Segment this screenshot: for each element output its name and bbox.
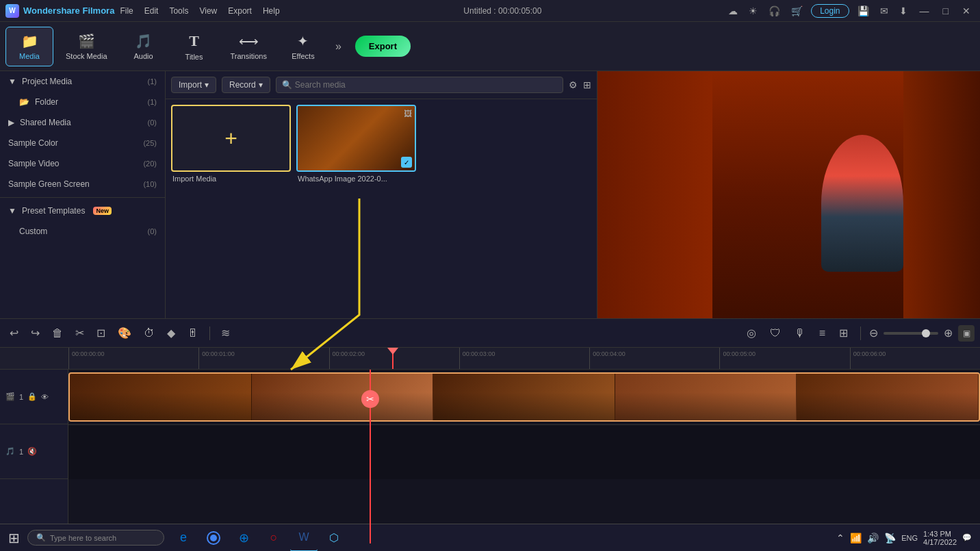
- undo-button[interactable]: ↩: [5, 324, 23, 342]
- keyframe-button[interactable]: ◆: [163, 324, 179, 342]
- import-button[interactable]: Import ▾: [171, 77, 216, 93]
- minimize-button[interactable]: —: [916, 4, 933, 18]
- crop-button[interactable]: ⊡: [92, 324, 109, 342]
- speed-button[interactable]: ⏱: [140, 325, 159, 342]
- zoom-slider[interactable]: [884, 332, 938, 335]
- edge-icon[interactable]: e: [170, 524, 197, 552]
- close-button[interactable]: ✕: [958, 4, 975, 18]
- tool-audio[interactable]: 🎵 Audio: [120, 27, 168, 66]
- zoom-in-button[interactable]: ⊕: [944, 326, 953, 339]
- download-icon[interactable]: ⬇: [897, 4, 910, 18]
- login-button[interactable]: Login: [811, 4, 849, 18]
- notification-icon[interactable]: 💬: [962, 533, 972, 542]
- chrome-icon[interactable]: [200, 524, 227, 552]
- folder-count: (1): [148, 98, 157, 106]
- track-area: 🎬 1 🔒 👁 🎵 1 🔇 ✂: [0, 370, 980, 543]
- search-bar[interactable]: 🔍 Type here to search: [27, 524, 164, 552]
- tool-media[interactable]: 📁 Media: [5, 27, 53, 66]
- cloud-icon[interactable]: ☁: [725, 4, 740, 18]
- mic-button[interactable]: 🎙: [790, 325, 810, 342]
- sidebar-item-sample-green[interactable]: Sample Green Screen (10): [0, 174, 165, 194]
- tool-titles[interactable]: T Titles: [170, 27, 218, 66]
- delete-button[interactable]: 🗑: [48, 325, 67, 342]
- menu-export[interactable]: Export: [228, 6, 252, 16]
- record-button[interactable]: Record ▾: [222, 77, 270, 93]
- sidebar-item-preset-templates[interactable]: ▼ Preset Templates New: [0, 201, 165, 221]
- sidebar-item-shared-media[interactable]: ▶ Shared Media (0): [0, 112, 165, 133]
- grid-icon[interactable]: ⊞: [583, 79, 591, 90]
- ruler-seg-5: 00:00:05:00: [719, 348, 849, 369]
- app-name: Wondershare Filmora: [23, 5, 114, 16]
- more-tools-button[interactable]: »: [330, 40, 347, 53]
- sun-icon[interactable]: ☀: [746, 4, 760, 18]
- time: 1:43 PM: [923, 530, 957, 538]
- msedge-icon[interactable]: ⊕: [230, 524, 257, 552]
- sidebar-section-project: ▼ Project Media (1) 📂 Folder (1): [0, 71, 165, 112]
- color-button[interactable]: 🎨: [114, 324, 136, 342]
- plus-icon: +: [224, 126, 237, 151]
- unknown-icon[interactable]: ⬡: [320, 524, 348, 552]
- audio-mute-icon[interactable]: 🔇: [27, 447, 37, 456]
- language-indicator: ENG: [901, 534, 918, 542]
- effects-icon: ✦: [297, 33, 309, 49]
- eye-icon[interactable]: 👁: [41, 393, 49, 401]
- transitions-icon: ⟷: [239, 33, 259, 49]
- sidebar-item-sample-color[interactable]: Sample Color (25): [0, 133, 165, 153]
- audio-track-number: 1: [19, 448, 23, 456]
- ruler-seg-3: 00:00:03:00: [459, 348, 589, 369]
- track-button[interactable]: 🛡: [766, 325, 785, 342]
- speaker-icon[interactable]: 🔊: [867, 533, 879, 543]
- search-box: 🔍: [276, 77, 563, 93]
- wifi-icon[interactable]: 📡: [884, 533, 896, 543]
- headphone-icon[interactable]: 🎧: [766, 4, 783, 18]
- cut-button[interactable]: ✂: [71, 324, 88, 342]
- sidebar-item-custom[interactable]: Custom (0): [0, 221, 165, 242]
- email-icon[interactable]: ✉: [877, 4, 891, 18]
- import-media-label: Import Media: [171, 172, 291, 185]
- save-icon[interactable]: 💾: [855, 4, 872, 18]
- effects-label: Effects: [292, 52, 314, 60]
- sys-tray: ⌃ 📶 🔊 📡: [836, 533, 896, 543]
- zoom-out-button[interactable]: ⊖: [869, 326, 878, 339]
- mask-button[interactable]: ◎: [743, 324, 760, 342]
- word-icon[interactable]: W: [290, 524, 318, 552]
- redo-button[interactable]: ↪: [27, 324, 44, 342]
- media-label: Media: [19, 52, 40, 60]
- menu-help[interactable]: Help: [263, 6, 280, 16]
- opera-icon[interactable]: ○: [260, 524, 287, 552]
- audio-button[interactable]: 🎚: [183, 325, 203, 342]
- clock: 1:43 PM 4/17/2022: [923, 530, 957, 546]
- record-dropdown-icon: ▾: [259, 80, 263, 90]
- export-button[interactable]: Export: [355, 36, 411, 57]
- network-icon[interactable]: 📶: [850, 533, 862, 543]
- taskbar-right: ⌃ 📶 🔊 📡 ENG 1:43 PM 4/17/2022 💬: [828, 530, 980, 546]
- maximize-button[interactable]: □: [939, 4, 953, 18]
- snap-button[interactable]: ▣: [958, 325, 975, 342]
- selected-check: ✓: [401, 157, 412, 168]
- sidebar-item-sample-video[interactable]: Sample Video (20): [0, 153, 165, 174]
- track-header-button[interactable]: ≡: [815, 325, 829, 342]
- lock-icon[interactable]: 🔒: [27, 392, 37, 401]
- sidebar-item-folder[interactable]: 📂 Folder (1): [0, 92, 165, 112]
- chevron-up-icon[interactable]: ⌃: [836, 533, 844, 543]
- clip-thumb-2: [252, 374, 434, 420]
- tool-transitions[interactable]: ⟷ Transitions: [221, 27, 276, 66]
- menu-file[interactable]: File: [120, 6, 133, 16]
- tool-effects[interactable]: ✦ Effects: [279, 27, 327, 66]
- sidebar-item-project-media[interactable]: ▼ Project Media (1): [0, 71, 165, 92]
- stock-media-icon: 🎬: [78, 33, 95, 49]
- waveform-button[interactable]: ≋: [217, 324, 234, 342]
- menu-view[interactable]: View: [199, 6, 217, 16]
- menu-edit[interactable]: Edit: [144, 6, 159, 16]
- search-placeholder: Type here to search: [50, 534, 116, 542]
- tool-stock-media[interactable]: 🎬 Stock Media: [56, 27, 117, 66]
- scissor-button[interactable]: ✂: [361, 390, 379, 408]
- start-button[interactable]: ⊞: [0, 524, 27, 552]
- pip-button[interactable]: ⊞: [835, 324, 852, 342]
- menu-tools[interactable]: Tools: [169, 6, 188, 16]
- menu-bar: File Edit Tools View Export Help: [120, 6, 279, 16]
- video-clip[interactable]: WhatsApp Image 2022-04-17 at 1.08.28 PM: [68, 372, 980, 422]
- filter-icon[interactable]: ⚙: [569, 79, 578, 90]
- cart-icon[interactable]: 🛒: [788, 4, 805, 18]
- search-input[interactable]: [295, 80, 557, 90]
